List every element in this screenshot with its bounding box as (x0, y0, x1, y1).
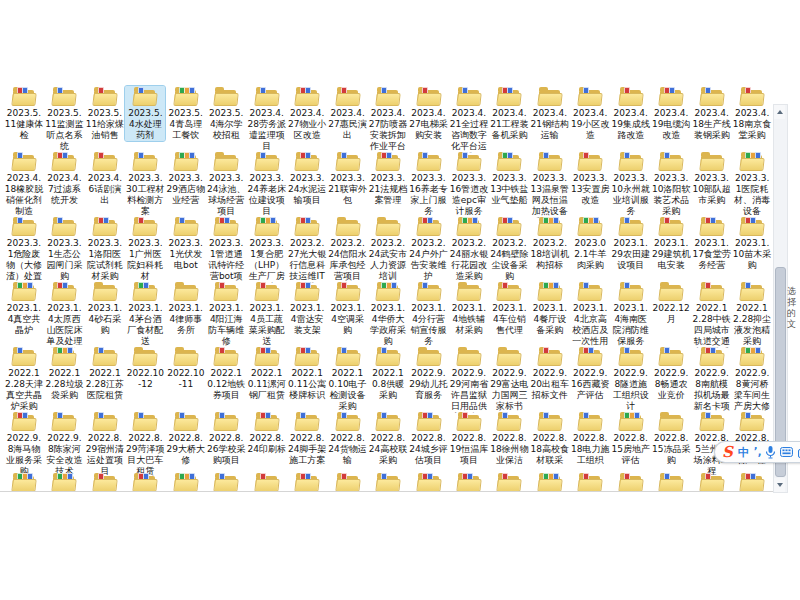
folder-item[interactable]: 2023.3.1医院耗材、消毒设备 (732, 151, 772, 217)
folder-item[interactable]: 2023.1.4砂石采购 (85, 281, 125, 336)
folder-item[interactable] (611, 472, 651, 492)
folder-item[interactable] (206, 472, 246, 492)
folder-item[interactable] (530, 472, 570, 492)
folder-item[interactable]: 2022.8.26学校采购项目 (206, 411, 246, 466)
folder-item[interactable]: 2023.1.4律师事务所 (166, 281, 206, 336)
folder-item[interactable]: 2022.10.11漯河钢厂租赁 (247, 346, 287, 401)
folder-item[interactable]: 2022.9.8隧道施工组织设计 (611, 346, 651, 412)
folder-item[interactable]: 2022.8.15房地产评估 (611, 411, 651, 466)
folder-item[interactable]: 2022.8.29宿州清运处置项目 (85, 411, 125, 477)
folder-item[interactable]: 2023.3.24养老床位建设项目 (247, 151, 287, 217)
folder-item[interactable] (409, 472, 449, 492)
folder-item[interactable]: 2023.4.6话剧演出 (85, 151, 125, 206)
folder-item[interactable] (449, 472, 489, 492)
chinese-mode-toggle[interactable]: 中 (738, 447, 749, 458)
folder-item[interactable]: 2023.3.10洛阳软装艺术品采购 (651, 151, 691, 217)
punctuation-toggle[interactable]: ’, (754, 447, 762, 457)
folder-item[interactable]: 2023.1.4空调采购 (328, 281, 368, 336)
folder-item[interactable]: 2023.4.27惠民演出 (328, 86, 368, 141)
ime-toolbar[interactable]: S 中 ’, (714, 441, 800, 463)
folder-item[interactable]: 2022.8.24脚手架施工方案 (287, 411, 327, 466)
folder-item[interactable] (4, 472, 44, 492)
folder-item[interactable] (44, 472, 84, 492)
folder-item[interactable]: 2023.5.11监测监听点名系统 (44, 86, 84, 152)
folder-item[interactable]: 2023.1.4分行营销宣传服务 (409, 281, 449, 347)
folder-item[interactable]: 2023.3.1危险废物（大修渣）处置 (4, 216, 44, 282)
folder-item[interactable] (247, 472, 287, 492)
folder-item[interactable]: 2022.12.28中铁四局城市轨道交通七号线采购 (692, 281, 732, 348)
folder-item[interactable]: 2023.1.4太原西山医院床单及处理鞋采购 (44, 281, 84, 348)
folder-item[interactable]: 2022.8.29大桥大修 (166, 411, 206, 466)
folder-item[interactable]: 2023.1.10苗木采购 (732, 216, 772, 271)
folder-item[interactable]: 2023.2.24鹤壁除尘设备采购 (489, 216, 529, 282)
folder-item[interactable]: 2023.4.7过滤系统开发 (44, 151, 84, 206)
folder-item[interactable]: 2023.4.27电梯采购安装 (409, 86, 449, 141)
folder-item[interactable] (328, 472, 368, 492)
folder-item[interactable]: 2023.4.18生产线装钢采购 (692, 86, 732, 141)
folder-item[interactable]: 2023.5.4海尔学校招租 (206, 86, 246, 141)
folder-item[interactable]: 2023.4.27物业小区改造 (287, 86, 327, 141)
folder-item[interactable]: 2023.3.13安置房改造 (570, 151, 610, 206)
folder-item[interactable]: 2023.3.13中铁盐业气垫船 (489, 151, 529, 206)
folder-item[interactable]: 2022.9.8陈家河安全改造技术 (44, 411, 84, 477)
folder-item[interactable]: 2022.12.28垃圾袋采购 (44, 346, 84, 401)
folder-item[interactable]: 2023.2.24武安市人力资源培训 (368, 216, 408, 282)
folder-item[interactable]: 2023.3.10永州就业培训服务 (611, 151, 651, 217)
folder-item[interactable]: 2023.1.4华侨大学政府采购 (368, 281, 408, 347)
folder-item[interactable]: 2023.4.18橡胶脱硝催化剂制造 (4, 151, 44, 217)
folder-item[interactable] (651, 472, 691, 492)
folder-item[interactable]: 2023.4.19电缆沟改造 (651, 86, 691, 141)
microphone-icon[interactable] (766, 446, 775, 459)
folder-item[interactable]: 2023.1.4阳江海防车辆维修 (206, 281, 246, 347)
folder-item[interactable]: 2023.4.19小区改造 (570, 86, 610, 141)
folder-item[interactable]: 2022.9.8南航模拟机场最新名卡项目 (692, 346, 732, 413)
folder-item[interactable]: 2023.3.30工程材料检测方案 (125, 151, 165, 217)
folder-item[interactable]: 2023.3.24泳池、球场经营项目 (206, 151, 246, 217)
vertical-scrollbar[interactable] (773, 104, 788, 493)
folder-item[interactable]: 2023.3.13温泉管网及恒温加热设备采购及... (530, 151, 570, 218)
folder-item[interactable]: 2022.8.15冻品采购 (651, 411, 691, 466)
folder-item[interactable]: 2023.4.27防喷器安装拆卸作业平台管理 (368, 86, 408, 153)
folder-item[interactable]: 2022.8.18高校食材联采 (530, 411, 570, 466)
folder-item[interactable]: 2022.9.20出租车招标文件 (530, 346, 570, 401)
folder-item[interactable]: 2023.1.4雷达安装支架 (287, 281, 327, 336)
folder-item[interactable]: 2022.10.8供暖采购 (368, 346, 408, 401)
folder-item[interactable]: 2023.02.1牛羊肉采购 (570, 216, 610, 271)
folder-item[interactable]: 2023.4.21工程装备机采购 (489, 86, 529, 141)
folder-item[interactable]: 2023.4.19集成线路改造 (611, 86, 651, 141)
folder-item[interactable]: 2023.1.4地铁辅材采购 (449, 281, 489, 336)
folder-item[interactable]: 2022.8.24城乡评估项目 (409, 411, 449, 466)
folder-item[interactable] (570, 472, 610, 492)
folder-item[interactable]: 2023.1.4北京高校酒店及一次性用品采购 (570, 281, 610, 348)
folder-item[interactable]: 2023.3.16养老专家上门服务 (409, 151, 449, 217)
folder-item[interactable]: 2023.1.29农田建设项目 (611, 216, 651, 271)
folder-item[interactable]: 2023.2.18培训机构招标 (530, 216, 570, 271)
folder-item[interactable]: 2023.3.24水泥运输项目 (287, 151, 327, 206)
folder-item[interactable]: 2022.9.29河南省许昌监狱日用品供应站商... (449, 346, 489, 413)
folder-item[interactable]: 2023.2.24户外广告安装维护 (409, 216, 449, 282)
folder-item[interactable]: 2023.1.4真空共晶炉 (4, 281, 44, 336)
folder-item[interactable]: 2023.3.21法规档案管理 (368, 151, 408, 206)
keyboard-icon[interactable] (780, 447, 793, 457)
folder-item[interactable]: 2023.3.29酒店物业经营 (166, 151, 206, 206)
folder-item[interactable]: 2023.2.24信阳水库承包经营项目 (328, 216, 368, 282)
folder-item[interactable]: 2023.1.17食堂劳务经营 (692, 216, 732, 271)
folder-item[interactable]: 2022.12.28江苏医院租赁 (85, 346, 125, 401)
folder-item[interactable]: 2023.3.16管道改造epc审计服务 (449, 151, 489, 217)
folder-item[interactable]: 2023.5.4水处理药剂 (125, 86, 165, 141)
folder-item[interactable]: 2023.3.10部队超市采购 (692, 151, 732, 206)
folder-item[interactable]: 2023.3.21联审外包 (328, 151, 368, 206)
folder-item[interactable]: 2022.8.29菏泽项目大巴车租赁 (125, 411, 165, 477)
folder-item[interactable]: 2023.1.4餐厅设备采购 (530, 281, 570, 336)
folder-item[interactable]: 2022.8.24印刷标 (247, 411, 287, 455)
folder-item[interactable] (692, 472, 732, 492)
folder-item[interactable]: 2023.3.1复合肥（LHP）生产厂房筹建 (247, 216, 287, 283)
folder-item[interactable]: 2022.8.24高校联采购 (368, 411, 408, 466)
folder-item[interactable]: 2023.3.1管道通讯特许经营bot项目 (206, 216, 246, 283)
folder-item[interactable]: 2023.1.4茅台酒厂食材配送 (125, 281, 165, 347)
folder-item[interactable]: 2023.5.11给家煤油销售 (85, 86, 125, 141)
folder-item[interactable] (287, 472, 327, 492)
folder-item[interactable]: 2023.3.1生态公园闸门采购 (44, 216, 84, 282)
folder-item[interactable]: 2023.4.21全过程咨询数字化平台运维 (449, 86, 489, 153)
folder-item[interactable]: 2022.9.29富达电力国网三家标书 (489, 346, 529, 412)
